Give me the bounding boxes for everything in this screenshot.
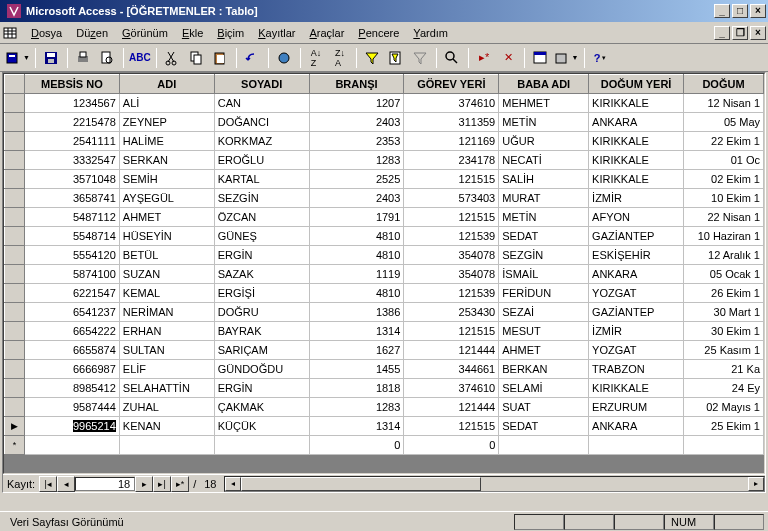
cell[interactable]: 6654222 <box>24 322 119 341</box>
cell[interactable]: 121169 <box>404 132 499 151</box>
row-selector[interactable] <box>5 341 25 360</box>
cell[interactable]: 1627 <box>309 341 404 360</box>
row-selector[interactable] <box>5 113 25 132</box>
doc-restore-button[interactable]: ❐ <box>732 26 748 40</box>
table-row[interactable]: 3658741AYŞEGÜLSEZGİN2403573403MURATİZMİR… <box>5 189 764 208</box>
cell[interactable] <box>499 436 589 455</box>
cell[interactable]: 5487112 <box>24 208 119 227</box>
cell[interactable]: 573403 <box>404 189 499 208</box>
cell[interactable]: KIRIKKALE <box>589 151 684 170</box>
cell[interactable]: ERZURUM <box>589 398 684 417</box>
cell[interactable]: 2353 <box>309 132 404 151</box>
cell[interactable] <box>214 436 309 455</box>
cell[interactable]: SELAMİ <box>499 379 589 398</box>
cell[interactable]: 3332547 <box>24 151 119 170</box>
cell[interactable]: 3571048 <box>24 170 119 189</box>
cell[interactable]: 10 Ekim 1 <box>684 189 764 208</box>
cell[interactable]: 05 Ocak 1 <box>684 265 764 284</box>
cell[interactable]: GAZİANTEP <box>589 227 684 246</box>
cell[interactable]: GÜNDOĞDU <box>214 360 309 379</box>
cell[interactable]: HÜSEYİN <box>119 227 214 246</box>
cell[interactable]: 3658741 <box>24 189 119 208</box>
db-window-button[interactable] <box>529 47 552 69</box>
menu-gorunum[interactable]: Görünüm <box>115 25 175 41</box>
table-row[interactable]: 1234567ALİCAN1207374610MEHMETKIRIKKALE12… <box>5 94 764 113</box>
column-header[interactable]: MEBSİS NO <box>24 75 119 94</box>
cell[interactable]: İSMAİL <box>499 265 589 284</box>
cell[interactable]: SEMİH <box>119 170 214 189</box>
cell[interactable]: 234178 <box>404 151 499 170</box>
table-row[interactable]: 3571048SEMİHKARTAL2525121515SALİHKIRIKKA… <box>5 170 764 189</box>
sort-desc-button[interactable]: Z↓A <box>329 47 352 69</box>
find-button[interactable] <box>441 47 464 69</box>
cell[interactable]: UĞUR <box>499 132 589 151</box>
cell[interactable]: MESUT <box>499 322 589 341</box>
doc-minimize-button[interactable]: _ <box>714 26 730 40</box>
cell[interactable]: ÇAKMAK <box>214 398 309 417</box>
cell[interactable]: 8985412 <box>24 379 119 398</box>
cell[interactable]: 121444 <box>404 341 499 360</box>
cell[interactable]: 12 Nisan 1 <box>684 94 764 113</box>
cell[interactable]: 2403 <box>309 189 404 208</box>
cell[interactable]: İZMİR <box>589 322 684 341</box>
cell[interactable]: EROĞLU <box>214 151 309 170</box>
cell[interactable]: 1818 <box>309 379 404 398</box>
doc-close-button[interactable]: × <box>750 26 766 40</box>
menu-duzen[interactable]: Düzen <box>69 25 115 41</box>
cell[interactable]: SEZGİN <box>214 189 309 208</box>
cell[interactable]: BETÜL <box>119 246 214 265</box>
menu-dosya[interactable]: Dosya <box>24 25 69 41</box>
cell[interactable]: 5548714 <box>24 227 119 246</box>
cell[interactable]: AHMET <box>119 208 214 227</box>
column-header[interactable]: ADI <box>119 75 214 94</box>
nav-last-button[interactable]: ▸| <box>153 476 171 492</box>
hscroll-left-button[interactable]: ◂ <box>225 477 241 491</box>
new-record-button[interactable]: ▸* <box>473 47 496 69</box>
cell[interactable]: 253430 <box>404 303 499 322</box>
cell[interactable]: 1119 <box>309 265 404 284</box>
cell[interactable]: KORKMAZ <box>214 132 309 151</box>
cell[interactable]: 1314 <box>309 322 404 341</box>
cell[interactable] <box>24 436 119 455</box>
cell[interactable]: 374610 <box>404 94 499 113</box>
cell[interactable]: HALİME <box>119 132 214 151</box>
row-selector[interactable] <box>5 189 25 208</box>
row-selector[interactable] <box>5 398 25 417</box>
cell[interactable]: MURAT <box>499 189 589 208</box>
cell[interactable]: 121515 <box>404 208 499 227</box>
cell[interactable]: 9587444 <box>24 398 119 417</box>
cell[interactable]: 4810 <box>309 246 404 265</box>
cell[interactable]: 1283 <box>309 398 404 417</box>
cell[interactable] <box>589 436 684 455</box>
cell[interactable]: ERGİŞİ <box>214 284 309 303</box>
table-row[interactable]: 2215478ZEYNEPDOĞANCI2403311359METİNANKAR… <box>5 113 764 132</box>
cell[interactable]: 12 Aralık 1 <box>684 246 764 265</box>
new-object-button[interactable]: ▼ <box>553 47 580 69</box>
cell[interactable]: 25 Kasım 1 <box>684 341 764 360</box>
row-selector[interactable] <box>5 265 25 284</box>
cell[interactable]: METİN <box>499 208 589 227</box>
cell[interactable]: 1386 <box>309 303 404 322</box>
menu-yardim[interactable]: Yardım <box>406 25 455 41</box>
cell[interactable]: 26 Ekim 1 <box>684 284 764 303</box>
cell[interactable]: SAZAK <box>214 265 309 284</box>
row-selector[interactable] <box>5 208 25 227</box>
filter-selection-button[interactable] <box>361 47 384 69</box>
column-header[interactable]: BRANŞI <box>309 75 404 94</box>
table-row[interactable]: 6654222ERHANBAYRAK1314121515MESUTİZMİR30… <box>5 322 764 341</box>
hscroll-right-button[interactable]: ▸ <box>748 477 764 491</box>
cell[interactable] <box>684 436 764 455</box>
cell[interactable]: SELAHATTİN <box>119 379 214 398</box>
cell[interactable]: KIRIKKALE <box>589 379 684 398</box>
cell[interactable]: 4810 <box>309 284 404 303</box>
cell[interactable]: KARTAL <box>214 170 309 189</box>
cell[interactable]: 22 Ekim 1 <box>684 132 764 151</box>
cell[interactable]: GAZİANTEP <box>589 303 684 322</box>
cell[interactable]: ELİF <box>119 360 214 379</box>
column-header[interactable]: SOYADI <box>214 75 309 94</box>
table-row[interactable]: 5554120BETÜLERGİN4810354078SEZGİNESKİŞEH… <box>5 246 764 265</box>
row-selector[interactable] <box>5 170 25 189</box>
cell[interactable]: GÜNEŞ <box>214 227 309 246</box>
cell[interactable]: 2525 <box>309 170 404 189</box>
cell[interactable]: 2403 <box>309 113 404 132</box>
